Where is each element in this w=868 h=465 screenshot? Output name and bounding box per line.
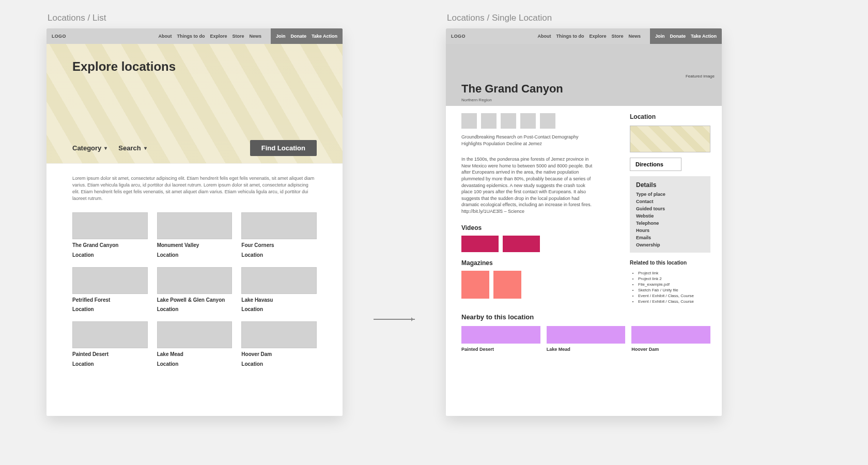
gallery-thumb[interactable] [520, 113, 536, 129]
nearby-card[interactable]: Lake Mead [547, 326, 626, 352]
cta-join[interactable]: Join [276, 34, 286, 39]
gallery-thumb[interactable] [540, 113, 555, 129]
hero-title: Explore locations [72, 59, 317, 74]
nearby-card[interactable]: Hoover Dam [631, 326, 710, 352]
detail-item: Telephone [636, 221, 704, 226]
filter-search[interactable]: Search [118, 144, 146, 152]
gallery-thumb[interactable] [461, 113, 477, 129]
card-thumb [72, 321, 148, 348]
video-tile[interactable] [461, 236, 499, 252]
related-link[interactable]: Event / Exhibit / Class, Course [638, 299, 710, 304]
gallery-thumb[interactable] [481, 113, 497, 129]
location-card[interactable]: Lake HavasuLocation [241, 267, 317, 313]
topbar: LOGO About Things to do Explore Store Ne… [446, 28, 722, 44]
nav-things-to-do[interactable]: Things to do [556, 34, 584, 39]
map-hero: Explore locations Category Search Find L… [47, 44, 343, 164]
filter-category[interactable]: Category [72, 144, 107, 152]
related-link[interactable]: Project link [638, 271, 710, 275]
mini-map[interactable] [630, 126, 710, 152]
related-link[interactable]: File_example.pdf [638, 282, 710, 287]
nearby-label: Hoover Dam [631, 347, 710, 352]
cta-join[interactable]: Join [655, 34, 665, 39]
location-card[interactable]: Lake MeadLocation [157, 321, 233, 367]
magazine-tile[interactable] [493, 271, 521, 299]
location-card[interactable]: Lake Powell & Glen CanyonLocation [157, 267, 233, 313]
card-sub: Location [157, 252, 233, 258]
location-card[interactable]: Painted DesertLocation [72, 321, 148, 367]
card-title: Hoover Dam [241, 351, 317, 358]
detail-item: Guided tours [636, 206, 704, 211]
card-thumb [72, 212, 148, 239]
related-link[interactable]: Sketch Fab / Unity file [638, 288, 710, 292]
gallery-thumbs [461, 113, 618, 129]
nearby-label: Lake Mead [547, 347, 626, 352]
card-title: Monument Valley [157, 242, 233, 249]
nearby-heading: Nearby to this location [461, 313, 710, 321]
card-sub: Location [157, 306, 233, 312]
nav-explore[interactable]: Explore [210, 34, 227, 39]
card-thumb [72, 267, 148, 294]
magazine-tile[interactable] [461, 271, 489, 299]
find-location-button[interactable]: Find Location [250, 140, 317, 156]
related-link[interactable]: Event / Exhibit / Class, Course [638, 293, 710, 298]
card-title: The Grand Canyon [72, 242, 148, 249]
logo[interactable]: LOGO [451, 34, 466, 39]
detail-item: Contact [636, 199, 704, 204]
detail-item: Type of place [636, 192, 704, 197]
location-card[interactable]: Monument ValleyLocation [157, 212, 233, 258]
card-thumb [241, 321, 317, 348]
card-title: Painted Desert [72, 351, 148, 358]
nav-things-to-do[interactable]: Things to do [177, 34, 205, 39]
nav-store[interactable]: Store [232, 34, 244, 39]
location-card[interactable]: The Grand CanyonLocation [72, 212, 148, 258]
related-link[interactable]: Project link 2 [638, 276, 710, 281]
location-subtitle: Northern Region [461, 98, 706, 102]
detail-item: Ownership [636, 242, 704, 247]
directions-button[interactable]: Directions [630, 158, 681, 171]
detail-item: Webstie [636, 213, 704, 219]
card-title: Lake Mead [157, 351, 233, 358]
card-thumb [157, 267, 233, 294]
card-sub: Location [72, 361, 148, 367]
intro-text: Lorem ipsum dolor sit amet, consectetur … [72, 175, 317, 202]
cta-donate[interactable]: Donate [290, 34, 306, 39]
nav-about[interactable]: About [537, 34, 551, 39]
detail-item: Emails [636, 235, 704, 240]
gallery-thumb[interactable] [501, 113, 516, 129]
featured-image-label: Featured image [686, 74, 715, 79]
nav-explore[interactable]: Explore [589, 34, 606, 39]
location-card[interactable]: Four CornersLocation [241, 212, 317, 258]
cta-donate[interactable]: Donate [670, 34, 686, 39]
nearby-card[interactable]: Painted Desert [461, 326, 540, 352]
description-lead: Groundbreaking Research on Post-Contact … [461, 134, 596, 147]
card-sub: Location [241, 252, 317, 258]
location-card[interactable]: Hoover DamLocation [241, 321, 317, 367]
detail-item: Hours [636, 228, 704, 233]
card-thumb [157, 321, 233, 348]
hero-banner: Featured image The Grand Canyon Northern… [446, 44, 722, 106]
location-title: The Grand Canyon [461, 44, 706, 96]
nav-about[interactable]: About [158, 34, 172, 39]
card-sub: Location [157, 361, 233, 367]
logo[interactable]: LOGO [52, 34, 66, 39]
cta-take-action[interactable]: Take Action [312, 34, 337, 39]
nearby-thumb [547, 326, 626, 344]
primary-nav: About Things to do Explore Store News [537, 34, 641, 39]
cta-take-action[interactable]: Take Action [691, 34, 717, 39]
nav-news[interactable]: News [249, 34, 261, 39]
video-tile[interactable] [503, 236, 540, 252]
videos-heading: Videos [461, 224, 618, 231]
card-sub: Location [72, 252, 148, 258]
nearby-thumb [631, 326, 710, 344]
frame-locations-list: LOGO About Things to do Explore Store Ne… [47, 28, 343, 416]
card-title: Lake Powell & Glen Canyon [157, 297, 233, 304]
card-sub: Location [241, 361, 317, 367]
nav-news[interactable]: News [628, 34, 641, 39]
screen-label-single: Locations / Single Location [447, 13, 722, 23]
card-sub: Location [241, 306, 317, 312]
nav-store[interactable]: Store [611, 34, 623, 39]
flow-arrow-icon [374, 319, 415, 320]
location-card[interactable]: Petrified ForestLocation [72, 267, 148, 313]
primary-nav: About Things to do Explore Store News [158, 34, 261, 39]
frame-single-location: LOGO About Things to do Explore Store Ne… [446, 28, 722, 416]
